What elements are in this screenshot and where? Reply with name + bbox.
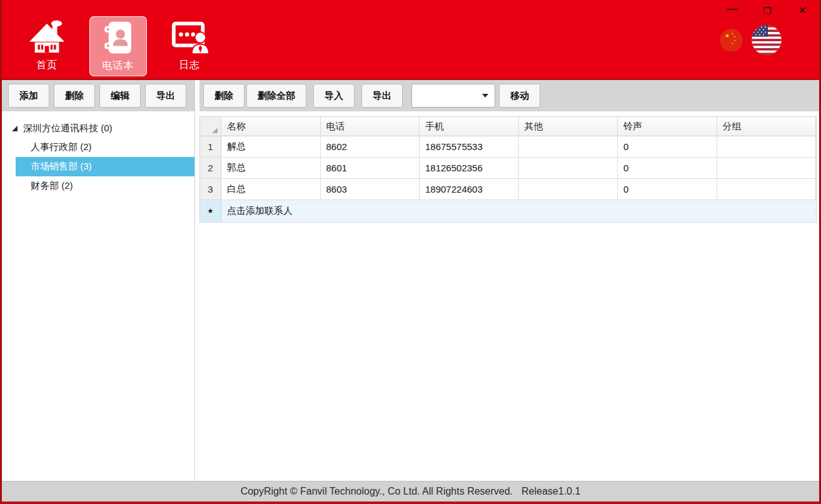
tree-item-hr-dept[interactable]: 人事行政部 (2) xyxy=(2,138,194,157)
col-header-other[interactable]: 其他 xyxy=(519,117,618,136)
chevron-down-icon xyxy=(482,94,488,98)
phonebook-icon xyxy=(100,17,136,58)
tree-root-company[interactable]: 深圳方位通讯科技 (0) xyxy=(2,119,194,138)
content-area: 添加 删除 编辑 导出 深圳方位通讯科技 (0) 人事行政部 (2) 市场销售部… xyxy=(2,80,819,481)
row-number[interactable]: 1 xyxy=(200,136,221,158)
app-window: — ❐ ✕ xyxy=(0,0,821,504)
log-icon xyxy=(169,16,210,58)
nav-tab-home[interactable]: 首页 xyxy=(18,16,76,76)
contact-move-button[interactable]: 移动 xyxy=(499,84,540,108)
cell-ring[interactable]: 0 xyxy=(618,136,717,158)
add-contact-hint[interactable]: 点击添加联系人 xyxy=(221,200,816,223)
cell-mobile[interactable]: 18907224603 xyxy=(420,179,519,200)
cell-phone[interactable]: 8601 xyxy=(321,158,420,179)
table-header-row: 名称 电话 手机 其他 铃声 分组 xyxy=(200,117,816,136)
cell-phone[interactable]: 8602 xyxy=(321,136,420,158)
contact-toolbar: 删除 删除全部 导入 导出 移动 xyxy=(199,80,819,111)
tree-item-finance-dept[interactable]: 财务部 (2) xyxy=(2,176,194,196)
close-button[interactable]: ✕ xyxy=(793,3,812,19)
nav-label-phonebook: 电话本 xyxy=(103,59,134,73)
table-row: 2 郭总 8601 18126502356 0 xyxy=(200,158,816,179)
cell-group[interactable] xyxy=(717,136,817,158)
status-bar: CopyRight © Fanvil Technology., Co Ltd. … xyxy=(2,481,819,501)
home-icon xyxy=(28,16,66,58)
table-row: 3 白总 8603 18907224603 0 xyxy=(200,179,816,200)
select-all-triangle-icon xyxy=(212,128,218,133)
row-number[interactable]: 3 xyxy=(200,179,221,200)
tree-item-marketing-dept[interactable]: 市场销售部 (3) xyxy=(16,157,194,176)
main-panel: 删除 删除全部 导入 导出 移动 名称 电话 手机 xyxy=(199,80,819,481)
contact-table: 名称 电话 手机 其他 铃声 分组 1 解总 8602 18675575533 … xyxy=(199,116,817,223)
new-contact-row: ★ 点击添加联系人 xyxy=(200,200,816,223)
col-header-phone[interactable]: 电话 xyxy=(321,117,420,136)
new-row-star-icon[interactable]: ★ xyxy=(200,200,221,223)
nav-tab-log[interactable]: 日志 xyxy=(161,16,218,76)
cell-phone[interactable]: 8603 xyxy=(321,179,420,200)
table-row: 1 解总 8602 18675575533 0 xyxy=(200,136,816,158)
tree-item-label: 市场销售部 (3) xyxy=(31,161,92,173)
tree-item-label: 人事行政部 (2) xyxy=(31,141,92,153)
usa-flag-icon[interactable] xyxy=(752,25,782,55)
table-empty-space xyxy=(199,223,819,481)
col-header-name[interactable]: 名称 xyxy=(221,117,321,136)
group-export-button[interactable]: 导出 xyxy=(145,84,186,108)
main-nav: 首页 电话本 xyxy=(18,16,218,76)
cell-other[interactable] xyxy=(519,136,618,158)
group-delete-button[interactable]: 删除 xyxy=(54,84,95,108)
titlebar: — ❐ ✕ xyxy=(2,0,819,80)
cell-group[interactable] xyxy=(717,179,817,200)
cell-name[interactable]: 解总 xyxy=(221,136,321,158)
contact-delete-button[interactable]: 删除 xyxy=(203,84,244,108)
cell-mobile[interactable]: 18675575533 xyxy=(420,136,519,158)
contact-import-button[interactable]: 导入 xyxy=(313,84,355,108)
cell-other[interactable] xyxy=(519,179,618,200)
release-version: Release1.0.1 xyxy=(521,486,580,497)
copyright-text: CopyRight © Fanvil Technology., Co Ltd. … xyxy=(241,486,513,497)
cell-other[interactable] xyxy=(519,158,618,179)
group-edit-button[interactable]: 编辑 xyxy=(99,84,141,108)
col-header-ring[interactable]: 铃声 xyxy=(618,117,717,136)
col-header-mobile[interactable]: 手机 xyxy=(420,117,519,136)
contact-export-button[interactable]: 导出 xyxy=(361,84,403,108)
cell-name[interactable]: 郭总 xyxy=(221,158,321,179)
tree-item-label: 财务部 (2) xyxy=(31,180,73,192)
group-add-button[interactable]: 添加 xyxy=(8,84,49,108)
nav-label-log: 日志 xyxy=(179,59,200,72)
col-header-group[interactable]: 分组 xyxy=(717,117,817,136)
cell-ring[interactable]: 0 xyxy=(618,158,717,179)
tree-root-label: 深圳方位通讯科技 (0) xyxy=(23,123,113,134)
move-target-dropdown[interactable] xyxy=(411,84,495,108)
cell-ring[interactable]: 0 xyxy=(618,179,717,200)
china-flag-icon[interactable] xyxy=(720,29,743,52)
nav-tab-phonebook[interactable]: 电话本 xyxy=(89,16,147,76)
row-number[interactable]: 2 xyxy=(200,158,221,179)
cell-name[interactable]: 白总 xyxy=(221,179,321,200)
sidebar: 添加 删除 编辑 导出 深圳方位通讯科技 (0) 人事行政部 (2) 市场销售部… xyxy=(2,80,195,481)
nav-label-home: 首页 xyxy=(36,59,58,72)
select-all-corner[interactable] xyxy=(200,117,221,136)
contact-delete-all-button[interactable]: 删除全部 xyxy=(246,84,306,108)
group-tree: 深圳方位通讯科技 (0) 人事行政部 (2) 市场销售部 (3) 财务部 (2) xyxy=(2,111,194,481)
cell-group[interactable] xyxy=(717,158,817,179)
cell-mobile[interactable]: 18126502356 xyxy=(420,158,519,179)
sidebar-toolbar: 添加 删除 编辑 导出 xyxy=(2,80,194,111)
tree-expander-icon[interactable] xyxy=(12,126,18,131)
close-icon: ✕ xyxy=(798,6,806,16)
language-switcher xyxy=(720,0,782,80)
